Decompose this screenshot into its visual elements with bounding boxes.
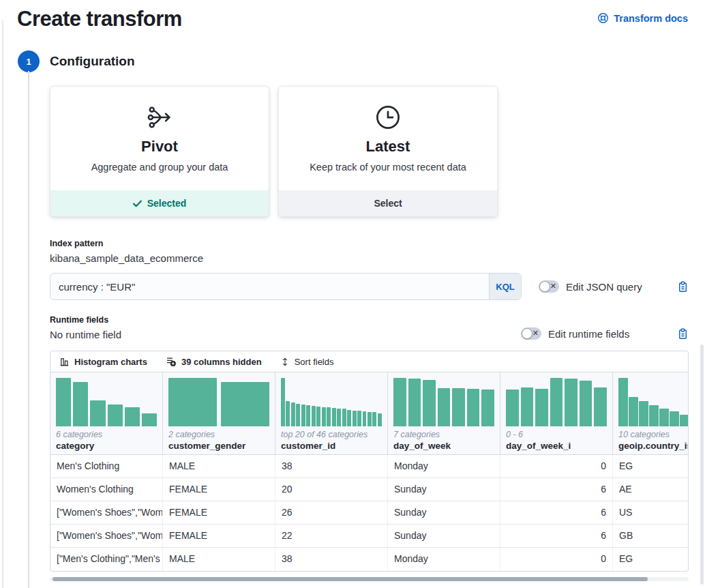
table-cell[interactable]: Sunday (388, 478, 500, 501)
toggle-off-x-icon: ✕ (550, 282, 556, 290)
aggregate-icon (146, 104, 173, 131)
latest-card-title: Latest (366, 138, 410, 156)
histogram-bar (481, 389, 494, 426)
histogram-charts-button[interactable]: Histogram charts (59, 357, 147, 367)
runtime-fields-value: No runtime field (50, 329, 121, 340)
histogram-bar (291, 402, 295, 426)
toggle-knob (539, 281, 550, 292)
histogram-chart (56, 378, 157, 426)
table-cell[interactable]: EG (613, 455, 689, 477)
edit-runtime-fields-label: Edit runtime fields (548, 328, 629, 340)
toggle-knob (522, 328, 532, 339)
page-left-edge (2, 20, 3, 588)
table-cell[interactable]: 6 (500, 525, 613, 547)
column-name: customer_id (281, 441, 382, 451)
grid-horizontal-scrollbar[interactable] (50, 577, 689, 581)
table-cell[interactable]: GB (613, 525, 689, 547)
table-cell[interactable]: Men's Clothing (50, 455, 163, 477)
histogram-bar (347, 410, 351, 426)
column-name: day_of_week (393, 441, 494, 451)
scrollbar-thumb[interactable] (52, 577, 648, 581)
kql-query-input[interactable]: currency : "EUR" (50, 274, 489, 299)
table-cell[interactable]: US (613, 501, 689, 524)
transform-docs-link[interactable]: Transform docs (597, 12, 688, 24)
histogram-bar (639, 401, 648, 426)
query-bar: currency : "EUR" KQL (50, 273, 522, 300)
table-row: ["Women's Shoes","Wom...FEMALE26Sunday6U… (50, 501, 688, 525)
table-cell[interactable]: 6 (500, 501, 613, 524)
column-header-customer_id[interactable]: top 20 of 46 categoriescustomer_id (275, 372, 388, 454)
histogram-bar (90, 400, 105, 426)
column-header-day_of_week[interactable]: 7 categoriesday_of_week (388, 372, 500, 454)
histogram-bar (142, 413, 157, 426)
histogram-bar (342, 409, 346, 426)
table-cell[interactable]: Women's Clothing (50, 478, 163, 501)
column-name: customer_gender (168, 441, 269, 451)
grid-toolbar: Histogram charts 39 columns hidden (50, 351, 688, 372)
table-cell[interactable]: MALE (163, 548, 275, 571)
columns-hidden-button[interactable]: 39 columns hidden (166, 356, 262, 367)
table-cell[interactable]: 20 (275, 478, 388, 501)
column-header-customer_gender[interactable]: 2 categoriescustomer_gender (163, 372, 275, 454)
column-header-geoip.country_iso_[interactable]: 10 categoriesgeoip.country_iso_ (613, 372, 689, 454)
column-header-category[interactable]: 6 categoriescategory (50, 372, 163, 454)
column-legend: 2 categories (168, 430, 269, 439)
check-icon (133, 200, 142, 207)
histogram-bar (670, 411, 679, 426)
kql-language-button[interactable]: KQL (489, 274, 521, 299)
table-cell[interactable]: ["Men's Clothing","Men's ... (50, 548, 163, 571)
edit-json-query-toggle[interactable]: ✕ (539, 280, 559, 293)
histogram-bar (467, 389, 480, 426)
histogram-bar (368, 412, 372, 426)
latest-card[interactable]: Latest Keep track of your most recent da… (278, 86, 498, 217)
vertical-scrollbar[interactable] (700, 344, 704, 585)
histogram-bar (629, 397, 638, 426)
histogram-chart (281, 378, 382, 426)
table-cell[interactable]: FEMALE (163, 478, 275, 501)
histogram-chart (618, 378, 689, 426)
preview-data-grid: Histogram charts 39 columns hidden (50, 351, 689, 572)
column-header-day_of_week_i[interactable]: 0 - 6day_of_week_i (500, 372, 613, 454)
histogram-chart (168, 378, 269, 426)
copy-runtime-fields-icon[interactable] (677, 328, 689, 340)
table-cell[interactable]: AE (613, 478, 689, 501)
latest-footer-label: Select (374, 198, 402, 209)
table-cell[interactable]: EG (613, 548, 689, 571)
copy-json-query-icon[interactable] (677, 281, 689, 293)
step-connector-line (28, 71, 29, 588)
toggle-off-x-icon: ✕ (532, 329, 539, 337)
table-cell[interactable]: Monday (388, 455, 500, 477)
index-pattern-label: Index pattern (50, 239, 689, 248)
table-cell[interactable]: 22 (275, 525, 388, 547)
pivot-card[interactable]: Pivot Aggregate and group your data Sele… (50, 86, 269, 217)
table-cell[interactable]: ["Women's Shoes","Wom... (50, 525, 163, 547)
table-cell[interactable]: 38 (275, 548, 388, 571)
pivot-selected-footer[interactable]: Selected (50, 190, 269, 216)
histogram-icon (59, 357, 70, 367)
table-row: ["Women's Shoes","Wom...FEMALE22Sunday6G… (50, 525, 688, 548)
table-cell[interactable]: 6 (500, 478, 613, 501)
histogram-bar (452, 388, 465, 426)
histogram-chart (506, 378, 607, 426)
latest-select-footer[interactable]: Select (279, 190, 497, 216)
transform-docs-label: Transform docs (614, 13, 688, 24)
table-cell[interactable]: 26 (275, 501, 388, 524)
table-cell[interactable]: 0 (500, 455, 613, 477)
table-cell[interactable]: Sunday (388, 525, 500, 547)
table-cell[interactable]: FEMALE (163, 525, 275, 547)
histogram-bar (506, 389, 519, 426)
table-cell[interactable]: Monday (388, 548, 500, 571)
pivot-footer-label: Selected (147, 198, 187, 209)
transform-type-cards: Pivot Aggregate and group your data Sele… (50, 86, 689, 217)
table-cell[interactable]: 38 (275, 455, 388, 477)
table-cell[interactable]: MALE (163, 455, 275, 477)
histogram-bar (322, 407, 326, 426)
edit-runtime-fields-toggle[interactable]: ✕ (521, 327, 541, 340)
table-cell[interactable]: 0 (500, 548, 613, 571)
table-cell[interactable]: FEMALE (163, 501, 275, 524)
sort-fields-button[interactable]: Sort fields (280, 357, 334, 367)
table-cell[interactable]: ["Women's Shoes","Wom... (50, 501, 163, 524)
table-cell[interactable]: Sunday (388, 501, 500, 524)
histogram-chart (393, 378, 494, 426)
histogram-bar (281, 378, 285, 426)
